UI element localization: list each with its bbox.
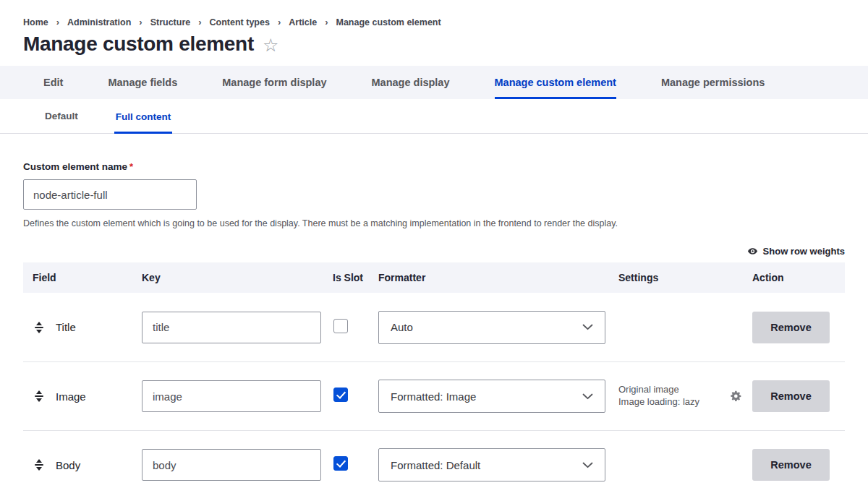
breadcrumb-separator: › bbox=[56, 17, 59, 27]
required-indicator: * bbox=[129, 161, 133, 172]
custom-element-name-description: Defines the custom element which is goin… bbox=[23, 218, 845, 228]
tab-manage-fields[interactable]: Manage fields bbox=[108, 66, 177, 99]
drag-handle-icon[interactable] bbox=[35, 322, 43, 333]
tab-edit[interactable]: Edit bbox=[43, 66, 63, 99]
key-input-body[interactable] bbox=[142, 449, 321, 481]
header-key: Key bbox=[142, 272, 333, 283]
formatter-selected-value: Auto bbox=[391, 321, 413, 333]
remove-button-body[interactable]: Remove bbox=[752, 449, 830, 481]
settings-line: Image loading: lazy bbox=[618, 396, 699, 408]
custom-element-name-label: Custom element name* bbox=[23, 161, 133, 172]
breadcrumb-administration[interactable]: Administration bbox=[67, 17, 131, 27]
chevron-down-icon bbox=[582, 324, 593, 330]
tab-manage-permissions[interactable]: Manage permissions bbox=[661, 66, 765, 99]
breadcrumb-separator: › bbox=[198, 17, 201, 27]
field-label: Image bbox=[56, 390, 86, 403]
chevron-down-icon bbox=[582, 462, 593, 468]
drag-handle-icon[interactable] bbox=[35, 459, 43, 471]
favorite-star-icon[interactable]: ☆ bbox=[263, 35, 278, 56]
show-row-weights-label: Show row weights bbox=[763, 246, 845, 257]
chevron-down-icon bbox=[582, 393, 593, 400]
breadcrumb-structure[interactable]: Structure bbox=[150, 17, 191, 27]
key-input-image[interactable] bbox=[142, 380, 321, 412]
formatter-selected-value: Formatted: Image bbox=[391, 390, 476, 403]
field-label: Title bbox=[56, 321, 76, 333]
gear-icon[interactable] bbox=[731, 390, 742, 402]
table-row-body: Body Formatted: Default Remove bbox=[23, 430, 845, 488]
formatter-select-title[interactable]: Auto bbox=[378, 311, 605, 344]
formatter-selected-value: Formatted: Default bbox=[391, 459, 480, 471]
table-header-row: Field Key Is Slot Formatter Settings Act… bbox=[23, 262, 845, 293]
tab-manage-custom-element[interactable]: Manage custom element bbox=[495, 66, 616, 99]
primary-tabs: Edit Manage fields Manage form display M… bbox=[0, 66, 868, 99]
field-label: Body bbox=[56, 459, 80, 471]
tab-manage-display[interactable]: Manage display bbox=[372, 66, 450, 99]
breadcrumb-separator: › bbox=[325, 17, 328, 27]
breadcrumb-separator: › bbox=[278, 17, 281, 27]
is-slot-checkbox-title[interactable] bbox=[333, 319, 348, 333]
header-is-slot: Is Slot bbox=[333, 272, 378, 283]
breadcrumb-content-types[interactable]: Content types bbox=[210, 17, 270, 27]
remove-button-title[interactable]: Remove bbox=[752, 312, 830, 343]
subtab-default[interactable]: Default bbox=[43, 99, 80, 133]
breadcrumb-current: Manage custom element bbox=[336, 17, 441, 27]
formatter-settings-summary: Original image Image loading: lazy bbox=[618, 384, 699, 408]
subtab-full-content[interactable]: Full content bbox=[114, 99, 173, 134]
tab-manage-form-display[interactable]: Manage form display bbox=[222, 66, 326, 99]
table-row-image: Image Formatted: Image Original image bbox=[23, 361, 845, 430]
table-row-title: Title Auto Remove bbox=[23, 293, 845, 361]
breadcrumb-home[interactable]: Home bbox=[23, 17, 48, 27]
custom-element-fields-table: Field Key Is Slot Formatter Settings Act… bbox=[23, 262, 845, 488]
key-input-title[interactable] bbox=[142, 312, 321, 343]
breadcrumb: Home › Administration › Structure › Cont… bbox=[0, 0, 868, 27]
page-title: Manage custom element bbox=[23, 33, 254, 56]
formatter-select-body[interactable]: Formatted: Default bbox=[378, 448, 605, 481]
eye-icon bbox=[747, 246, 758, 257]
remove-button-image[interactable]: Remove bbox=[752, 380, 830, 412]
header-field: Field bbox=[23, 272, 142, 283]
breadcrumb-separator: › bbox=[139, 17, 142, 27]
header-settings: Settings bbox=[618, 272, 752, 283]
custom-element-name-label-text: Custom element name bbox=[23, 161, 127, 172]
is-slot-checkbox-image[interactable] bbox=[333, 388, 348, 402]
is-slot-checkbox-body[interactable] bbox=[333, 456, 348, 471]
show-row-weights-link[interactable]: Show row weights bbox=[23, 246, 845, 257]
drag-handle-icon[interactable] bbox=[35, 390, 43, 402]
formatter-select-image[interactable]: Formatted: Image bbox=[378, 380, 605, 413]
header-action: Action bbox=[752, 272, 845, 283]
header-formatter: Formatter bbox=[378, 272, 618, 283]
breadcrumb-article[interactable]: Article bbox=[289, 17, 317, 27]
custom-element-name-input[interactable] bbox=[23, 179, 197, 210]
settings-line: Original image bbox=[618, 384, 699, 396]
secondary-tabs: Default Full content bbox=[0, 99, 868, 134]
